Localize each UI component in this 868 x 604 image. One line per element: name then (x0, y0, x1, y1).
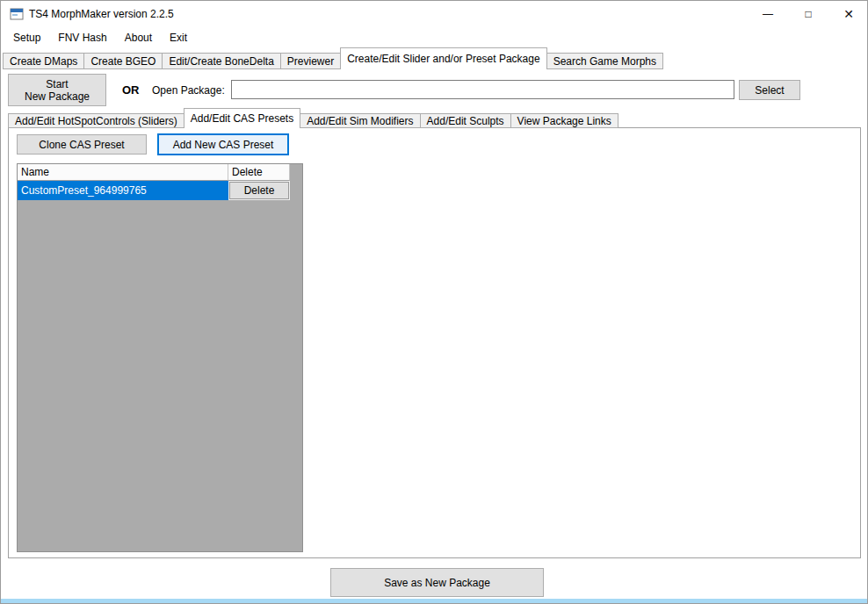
menu-setup[interactable]: Setup (4, 27, 49, 48)
tab-slider-preset-package[interactable]: Create/Edit Slider and/or Preset Package (340, 47, 546, 69)
tab-sim-modifiers[interactable]: Add/Edit Sim Modifiers (300, 113, 420, 128)
window-title: TS4 MorphMaker version 2.2.5 (29, 1, 174, 27)
table-row: CustomPreset_964999765 Delete (18, 181, 302, 200)
tab-create-dmaps[interactable]: Create DMaps (3, 53, 84, 69)
tab-sculpts[interactable]: Add/Edit Sculpts (420, 113, 511, 128)
tab-create-bgeo[interactable]: Create BGEO (83, 53, 163, 69)
tab-search-game-morphs[interactable]: Search Game Morphs (546, 53, 663, 69)
tab-previewer[interactable]: Previewer (280, 53, 341, 69)
save-as-new-package-button[interactable]: Save as New Package (330, 568, 544, 597)
row-delete-button[interactable]: Delete (229, 182, 289, 199)
window-frame-bottom (1, 599, 867, 603)
maximize-button[interactable]: □ (788, 1, 828, 27)
preset-grid: Name Delete CustomPreset_964999765 Delet… (17, 163, 303, 552)
start-new-package-button[interactable]: Start New Package (8, 74, 106, 106)
app-window: TS4 MorphMaker version 2.2.5 — □ ✕ Setup… (0, 0, 868, 604)
or-label: OR (122, 84, 140, 97)
menu-exit[interactable]: Exit (161, 27, 196, 48)
preset-grid-header: Name Delete (18, 164, 302, 181)
close-button[interactable]: ✕ (828, 1, 868, 27)
tab-hotspotcontrols[interactable]: Add/Edit HotSpotControls (Sliders) (8, 113, 184, 128)
menu-about[interactable]: About (116, 27, 161, 48)
menu-fnv-hash[interactable]: FNV Hash (49, 27, 115, 48)
preset-row-name[interactable]: CustomPreset_964999765 (18, 181, 228, 200)
minimize-button[interactable]: — (748, 1, 788, 27)
app-icon (10, 7, 24, 21)
package-path-input[interactable] (231, 80, 734, 99)
grid-column-delete[interactable]: Delete (228, 164, 290, 181)
grid-column-name[interactable]: Name (18, 164, 228, 181)
preset-tab-strip: Add/Edit HotSpotControls (Sliders) Add/E… (8, 108, 618, 128)
open-package-label: Open Package: (152, 84, 225, 97)
clone-cas-preset-button[interactable]: Clone CAS Preset (17, 134, 147, 155)
title-bar: TS4 MorphMaker version 2.2.5 — □ ✕ (1, 1, 867, 27)
select-package-button[interactable]: Select (739, 80, 800, 100)
tab-edit-bonedelta[interactable]: Edit/Create BoneDelta (162, 53, 280, 69)
preset-row-delete-cell: Delete (228, 181, 290, 200)
menu-bar: Setup FNV Hash About Exit (1, 27, 867, 48)
main-tab-strip: Create DMaps Create BGEO Edit/Create Bon… (3, 47, 663, 69)
tab-package-links[interactable]: View Package Links (510, 113, 618, 128)
tab-cas-presets[interactable]: Add/Edit CAS Presets (184, 108, 300, 128)
add-new-cas-preset-button[interactable]: Add New CAS Preset (157, 133, 289, 155)
